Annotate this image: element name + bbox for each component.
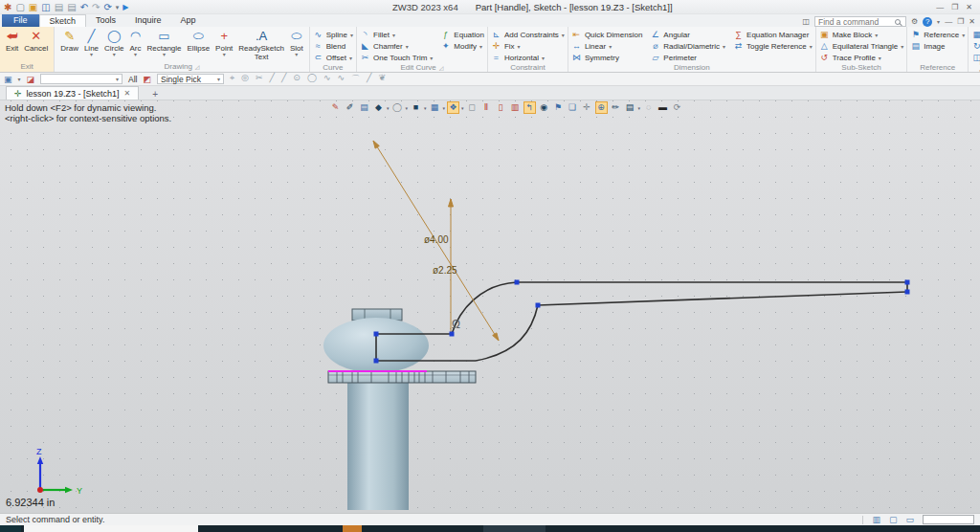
- rectangle-button[interactable]: ▭ Rectangle ▾: [145, 28, 185, 58]
- tab-app[interactable]: App: [171, 14, 206, 27]
- new-file-icon[interactable]: ▢: [15, 1, 24, 13]
- dialog-launcher-icon[interactable]: ◿: [439, 63, 444, 73]
- open-file-icon[interactable]: ▣: [29, 1, 37, 13]
- sketch-pen-icon[interactable]: ✎: [329, 101, 342, 114]
- quick-dimension-button[interactable]: ⇤Quick Dimension: [571, 29, 642, 40]
- pick-mode-select[interactable]: Single Pick▾: [157, 74, 224, 84]
- rotate-button[interactable]: ↻Rotate▾: [971, 40, 980, 52]
- clipboard-icon[interactable]: ▤: [358, 101, 370, 114]
- restore-doc-button[interactable]: ❐: [957, 17, 964, 26]
- pick-toggle-icon[interactable]: ◩: [144, 75, 152, 84]
- sketch-point[interactable]: [905, 280, 910, 285]
- grid-toggle-icon[interactable]: ▦: [429, 101, 441, 114]
- filter-line-icon[interactable]: ╱: [270, 73, 275, 85]
- close-tab-icon[interactable]: ✕: [124, 89, 131, 98]
- gear-icon[interactable]: ⚙: [911, 17, 918, 26]
- pattern-button[interactable]: ▦Pattern: [971, 29, 980, 40]
- one-touch-trim-button[interactable]: ✂One Touch Trim▾: [360, 52, 433, 63]
- regen-icon[interactable]: ⟳: [103, 1, 111, 13]
- dim-label-diameter-400[interactable]: ø4.00: [424, 234, 449, 245]
- layer-stack-icon[interactable]: ▤: [624, 101, 636, 114]
- minimize-button[interactable]: —: [936, 3, 944, 11]
- chevron-down-icon[interactable]: ▾: [461, 105, 464, 111]
- tube-icon[interactable]: ▯: [495, 101, 507, 114]
- fillet-button[interactable]: ◝Fillet▾: [360, 29, 433, 40]
- symmetry-button[interactable]: ⋈Symmetry: [571, 52, 642, 63]
- radial-diametric-button[interactable]: ⌀Radial/Diametric▾: [650, 40, 725, 52]
- pin-ribbon-icon[interactable]: ◫: [802, 17, 810, 26]
- filter-face-icon[interactable]: ❦: [378, 73, 386, 85]
- annotate-pen-icon[interactable]: ✏: [610, 101, 622, 114]
- layers-icon[interactable]: ❏: [567, 101, 579, 114]
- ellipse-button[interactable]: ⬭ Ellipse: [185, 28, 213, 54]
- monitor-icon[interactable]: ▢: [889, 515, 898, 525]
- command-search-input[interactable]: [818, 17, 895, 27]
- chevron-down-icon[interactable]: ▾: [937, 18, 940, 25]
- dialog-launcher-icon[interactable]: ◿: [195, 62, 200, 72]
- tab-sketch[interactable]: Sketch: [39, 14, 87, 27]
- slot-button[interactable]: ⬭ Slot ▾: [287, 28, 306, 58]
- filter-trim-icon[interactable]: ✂: [256, 73, 263, 85]
- equation-manager-button[interactable]: ∑Equation Manager: [733, 29, 813, 40]
- equation-button[interactable]: ƒEquation: [440, 29, 484, 40]
- chevron-down-icon[interactable]: ▾: [18, 76, 21, 82]
- command-search[interactable]: [814, 16, 906, 27]
- divider-bar-icon[interactable]: ▬: [657, 101, 669, 114]
- sketch-line-bottom-slanted[interactable]: [538, 292, 907, 305]
- stamp-icon[interactable]: ◉: [538, 101, 550, 114]
- offset-button[interactable]: ⊂Offset▾: [313, 52, 353, 63]
- ghost-circle-icon[interactable]: ◌: [642, 101, 655, 114]
- chevron-down-icon[interactable]: ▾: [116, 1, 120, 13]
- arc-button[interactable]: ◠ Arc ▾: [127, 28, 145, 58]
- chamfer-button[interactable]: ◣Chamfer▾: [360, 40, 433, 52]
- reference-button[interactable]: ⚑Reference▾: [910, 29, 965, 40]
- view-manager-icon[interactable]: ▣: [4, 75, 12, 84]
- readysketch-text-button[interactable]: .A ReadySketch Text: [235, 28, 287, 62]
- sketch-point[interactable]: [536, 303, 541, 308]
- cancel-sketch-button[interactable]: ✕ Cancel: [21, 28, 51, 54]
- wireframe-icon[interactable]: ◯: [391, 101, 404, 114]
- tab-inquire[interactable]: Inquire: [125, 14, 171, 27]
- horizontal-button[interactable]: =Horizontal▾: [491, 52, 565, 63]
- tab-file[interactable]: File: [2, 14, 39, 27]
- redo-icon[interactable]: ↷: [92, 1, 100, 13]
- dim-label-diameter-225[interactable]: ø2.25: [433, 265, 457, 276]
- minimize-doc-button[interactable]: —: [945, 17, 952, 26]
- filter-segment-icon[interactable]: ╱: [281, 73, 286, 85]
- flag-icon[interactable]: ⚑: [552, 101, 565, 114]
- equilateral-triangle-button[interactable]: △Equilateral Triangle▾: [819, 40, 904, 52]
- panel-toggle-icon[interactable]: ▥: [872, 515, 880, 525]
- image-button[interactable]: ▤Image: [910, 40, 965, 52]
- filter-target-icon[interactable]: ◎: [241, 73, 249, 85]
- save-icon[interactable]: ◫: [41, 1, 50, 13]
- move-icon[interactable]: ✛: [581, 101, 593, 114]
- bounds-icon[interactable]: ◻: [466, 101, 479, 114]
- help-icon[interactable]: ?: [923, 17, 932, 27]
- print-icon[interactable]: ▤: [55, 1, 63, 13]
- sketch-point[interactable]: [515, 280, 520, 285]
- chevron-down-icon[interactable]: ▾: [638, 105, 641, 111]
- analysis-chart-icon[interactable]: ▥: [509, 101, 522, 114]
- draw-button[interactable]: ✎ Draw: [57, 28, 81, 54]
- filter-axis-icon[interactable]: ╱: [367, 73, 371, 85]
- angular-button[interactable]: ∠Angular: [650, 29, 725, 40]
- exit-sketch-button[interactable]: ⮨ Exit: [3, 28, 21, 54]
- refresh-view-icon[interactable]: ⟳: [671, 101, 683, 114]
- view-cube-icon[interactable]: ◆: [372, 101, 385, 114]
- filter-arc-icon[interactable]: ⌒: [351, 73, 360, 85]
- point-button[interactable]: + Point ▾: [212, 28, 235, 58]
- perimeter-button[interactable]: ▱Perimeter: [650, 52, 725, 63]
- filter-point-icon[interactable]: ⌖: [230, 73, 234, 85]
- spline-button[interactable]: ∿Spline▾: [313, 29, 353, 40]
- export-icon[interactable]: ▤: [67, 1, 76, 13]
- toggle-reference-button[interactable]: ⇄Toggle Reference▾: [733, 40, 813, 52]
- filter-circle-icon[interactable]: ◯: [307, 73, 317, 85]
- circle-button[interactable]: ◯ Circle ▾: [101, 28, 126, 58]
- shade-mode-icon[interactable]: ■: [410, 101, 422, 114]
- line-button[interactable]: ╱ Line ▾: [81, 28, 101, 58]
- modify-button[interactable]: ✦Modify▾: [440, 40, 484, 52]
- chevron-down-icon[interactable]: ▾: [443, 105, 446, 111]
- render-mode-icon[interactable]: ❖: [447, 101, 459, 114]
- restore-button[interactable]: ❐: [951, 3, 958, 11]
- add-constraints-button[interactable]: ⊾Add Constraints▾: [491, 29, 565, 40]
